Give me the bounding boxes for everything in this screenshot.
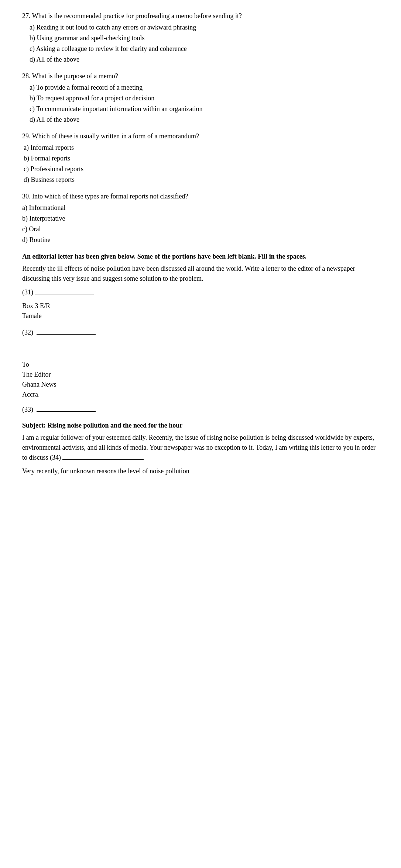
- q30-text: 30. Into which of these types are formal…: [22, 191, 379, 201]
- editorial-section: An editorial letter has been given below…: [22, 252, 379, 476]
- q28-option-c: c) To communicate important information …: [30, 104, 379, 114]
- q29-option-b: b) Formal reports: [24, 153, 379, 163]
- q29-option-a: a) Informal reports: [24, 143, 379, 153]
- blank-31-label: (31): [22, 288, 33, 296]
- q30-option-d: d) Routine: [22, 235, 379, 245]
- q27-text: 27. What is the recommended practice for…: [22, 11, 379, 21]
- editorial-instruction: An editorial letter has been given below…: [22, 252, 379, 262]
- q27-question: What is the recommended practice for pro…: [32, 12, 242, 20]
- q30-option-c: c) Oral: [22, 224, 379, 234]
- blank-31-line[interactable]: [35, 294, 94, 294]
- body-paragraph-1: I am a regular follower of your esteemed…: [22, 433, 379, 463]
- q29-number: 29.: [22, 132, 31, 140]
- blank-33-block: (33): [22, 405, 379, 415]
- to-line: To: [22, 360, 379, 370]
- q28-text: 28. What is the purpose of a memo?: [22, 71, 379, 81]
- blank-32-line[interactable]: [37, 334, 96, 335]
- blank-33-line[interactable]: [37, 411, 96, 412]
- editorial-context: Recently the ill effects of noise pollut…: [22, 264, 379, 284]
- body-text-2: Very recently, for unknown reasons the l…: [22, 467, 189, 475]
- subject-line: Subject: Rising noise pollution and the …: [22, 421, 379, 430]
- q27-number: 27.: [22, 12, 31, 20]
- q27-option-b: b) Using grammar and spell-checking tool…: [30, 33, 379, 43]
- q28-option-a: a) To provide a formal record of a meeti…: [30, 83, 379, 93]
- q29-question: Which of these is usually written in a f…: [32, 132, 199, 140]
- editor-line: The Editor: [22, 370, 379, 380]
- address-line2: Tamale: [22, 311, 379, 321]
- q28-option-d: d) All of the above: [30, 115, 379, 125]
- q30-option-b: b) Interpretative: [22, 214, 379, 224]
- publication-line: Ghana News: [22, 380, 379, 390]
- question-27: 27. What is the recommended practice for…: [22, 11, 379, 65]
- blank-31-block: (31): [22, 287, 379, 297]
- question-29: 29. Which of these is usually written in…: [22, 131, 379, 185]
- q28-number: 28.: [22, 72, 31, 80]
- blank-33-label: (33): [22, 406, 33, 413]
- q30-number: 30.: [22, 193, 31, 200]
- q28-option-b: b) To request approval for a project or …: [30, 93, 379, 103]
- q30-question: Into which of these types are formal rep…: [32, 193, 188, 200]
- q27-option-d: d) All of the above: [30, 55, 379, 65]
- q29-option-c: c) Professional reports: [24, 164, 379, 174]
- body-text-1: I am a regular follower of your esteemed…: [22, 434, 376, 461]
- q28-question: What is the purpose of a memo?: [32, 72, 118, 80]
- q27-option-a: a) Reading it out loud to catch any erro…: [30, 23, 379, 32]
- q30-option-a: a) Informational: [22, 203, 379, 213]
- to-block: To The Editor Ghana News Accra.: [22, 360, 379, 400]
- blank-32-label: (32): [22, 329, 33, 336]
- question-30: 30. Into which of these types are formal…: [22, 191, 379, 245]
- address-line1: Box 3 E/R: [22, 301, 379, 311]
- blank-34-line[interactable]: [62, 459, 144, 460]
- q27-option-c: c) Asking a colleague to review it for c…: [30, 44, 379, 54]
- q29-option-d: d) Business reports: [24, 175, 379, 185]
- address-block: Box 3 E/R Tamale: [22, 301, 379, 321]
- city-line: Accra.: [22, 390, 379, 400]
- question-28: 28. What is the purpose of a memo? a) To…: [22, 71, 379, 125]
- q29-text: 29. Which of these is usually written in…: [22, 131, 379, 141]
- body-paragraph-2: Very recently, for unknown reasons the l…: [22, 466, 379, 476]
- blank-32-block: (32): [22, 328, 379, 338]
